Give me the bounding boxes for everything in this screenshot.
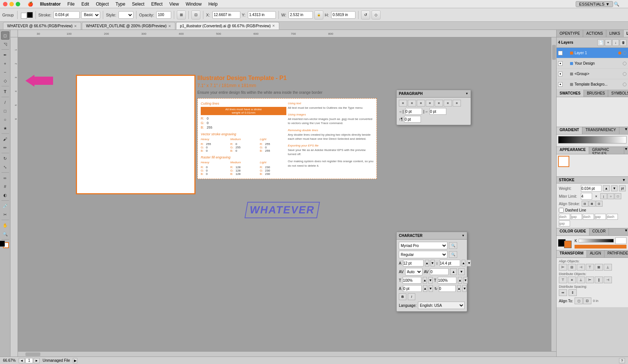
tab-symbols[interactable]: SYMBOLS xyxy=(608,90,628,97)
k-slider[interactable] xyxy=(579,239,614,243)
layer-3-target[interactable] xyxy=(623,72,627,76)
kerning-input[interactable] xyxy=(430,268,449,275)
tab-links[interactable]: LINKS xyxy=(606,30,624,37)
search-icon[interactable]: 🔍 xyxy=(614,1,619,7)
tab-swatches[interactable]: SWATCHES xyxy=(557,90,584,97)
tab-brushes[interactable]: BRUSHES xyxy=(584,90,608,97)
fill-tool[interactable] xyxy=(0,241,5,247)
bold-btn[interactable]: B xyxy=(399,293,406,300)
align-center-h[interactable]: ⊟ xyxy=(568,264,576,271)
tab-2-close[interactable]: ✕ xyxy=(168,24,171,28)
baseline-down[interactable]: ▼ xyxy=(429,285,433,292)
align-inside[interactable]: ⊠ xyxy=(589,201,595,207)
stroke-cap-square[interactable]: □ xyxy=(615,193,621,199)
stroke-minimize[interactable]: ▼ xyxy=(622,178,626,182)
appearance-minimize[interactable]: ▼ xyxy=(624,147,628,154)
scissors-tool[interactable]: ✂ xyxy=(1,210,9,219)
zoom-tool[interactable]: 🔍 xyxy=(1,230,9,238)
paragraph-panel-close[interactable]: ▼ xyxy=(465,92,468,95)
gap-1[interactable] xyxy=(571,214,582,220)
stroke-weight-down[interactable]: ▼ xyxy=(611,185,618,191)
shear-button[interactable]: ◇ xyxy=(372,10,381,19)
font-size-input[interactable] xyxy=(403,260,424,266)
constrain-proportions-button[interactable]: 🔒 xyxy=(314,10,323,19)
gradient-bar[interactable] xyxy=(558,136,627,144)
menu-illustrator[interactable]: Illustrator xyxy=(37,1,64,7)
para-indent-left-input[interactable] xyxy=(405,108,422,115)
layer-1-visibility[interactable]: ● xyxy=(558,51,563,55)
menu-edit[interactable]: Edit xyxy=(78,1,92,7)
stroke-weight-input[interactable] xyxy=(53,11,80,19)
italic-btn[interactable]: I xyxy=(408,293,415,300)
tab-transparency[interactable]: TRANSPARENCY xyxy=(582,127,619,134)
delete-anchor-tool[interactable]: − xyxy=(1,68,9,76)
blend-tool[interactable]: ∞ xyxy=(1,174,9,182)
para-justify-all[interactable]: ≡ xyxy=(435,100,443,107)
layer-1-target[interactable] xyxy=(623,51,627,55)
layers-create-layer[interactable]: + xyxy=(605,39,612,46)
eyedropper-tool[interactable]: 💉 xyxy=(1,202,9,210)
dist-center-v[interactable]: ≡ xyxy=(568,277,576,283)
dist-space-h[interactable]: ⇔ xyxy=(559,289,567,296)
para-justify-with-last[interactable]: ≡ xyxy=(444,100,452,107)
next-page-btn[interactable]: ► xyxy=(34,358,40,363)
para-space-before-input[interactable] xyxy=(404,116,421,123)
rect-tool[interactable]: □ xyxy=(1,107,9,115)
scale-h-down[interactable]: ▼ xyxy=(428,277,432,284)
font-style-select[interactable]: Regular xyxy=(399,251,447,258)
stroke-cap-butt[interactable]: | xyxy=(600,193,607,199)
stroke-weight-up[interactable]: ▲ xyxy=(603,185,610,191)
scale-v-input[interactable] xyxy=(438,277,456,284)
essentials-button[interactable]: ESSENTIALS ▼ xyxy=(576,1,613,7)
layer-4-visibility[interactable]: ● xyxy=(558,82,563,87)
dash-3[interactable] xyxy=(607,214,618,220)
minimize-button[interactable] xyxy=(9,2,14,6)
menu-window[interactable]: Window xyxy=(183,1,205,7)
style-dropdown[interactable] xyxy=(118,11,133,19)
transform-options-button[interactable]: ⊞ xyxy=(177,10,186,19)
h-scroll-thumb[interactable] xyxy=(25,352,40,356)
align-options-button[interactable]: ⊡ xyxy=(191,10,200,19)
line-tool[interactable]: / xyxy=(1,98,9,107)
stroke-swatch[interactable] xyxy=(27,12,33,18)
dist-left[interactable]: ⊢ xyxy=(586,277,594,283)
tab-3[interactable]: p1_illustrator (Converted).ai @ 66.67% (… xyxy=(176,22,279,30)
layers-delete[interactable]: 🗑 xyxy=(620,39,627,46)
prev-page-btn[interactable]: ◄ xyxy=(19,358,25,363)
pencil-tool[interactable]: ✏ xyxy=(1,144,9,152)
tracking-select[interactable]: Auto xyxy=(405,268,422,275)
kerning-up[interactable]: ▲ xyxy=(450,268,456,275)
dist-center-h[interactable]: ∥ xyxy=(595,277,603,283)
vertical-scrollbar[interactable] xyxy=(551,37,556,351)
tab-1[interactable]: WHATEVER @ 66.67% (RGB/Preview) ✕ xyxy=(3,22,81,30)
align-to-selection[interactable]: ◻ xyxy=(575,297,583,304)
rotate-up[interactable]: ▲ xyxy=(457,285,461,292)
y-input[interactable] xyxy=(248,11,276,19)
stroke-cap-round[interactable]: ○ xyxy=(607,193,614,199)
scale-v-up[interactable]: ▲ xyxy=(458,277,462,284)
color-guide-minimize[interactable]: ▼ xyxy=(624,228,628,235)
horizontal-scrollbar[interactable] xyxy=(18,351,556,357)
scale-h-input[interactable] xyxy=(403,277,421,284)
tab-color[interactable]: COLOR xyxy=(589,228,609,235)
rotate-down[interactable]: ▼ xyxy=(462,285,467,292)
status-expand-btn[interactable]: ▶ xyxy=(73,358,77,363)
leading-input[interactable] xyxy=(440,260,460,266)
layer-item-4[interactable]: ● Template Backgro... xyxy=(557,79,628,90)
font-search-btn[interactable]: 🔍 xyxy=(449,242,457,249)
tab-3-close[interactable]: ✕ xyxy=(272,24,275,28)
k-value[interactable] xyxy=(615,237,627,244)
para-justify[interactable]: ≡ xyxy=(426,100,434,107)
dash-2[interactable] xyxy=(583,214,594,220)
select-tool[interactable]: ◻ xyxy=(1,31,9,40)
hand-tool[interactable]: ✋ xyxy=(1,221,9,229)
align-left[interactable]: ⊢ xyxy=(559,264,567,271)
tab-color-guide[interactable]: COLOR GUIDE xyxy=(557,228,589,235)
tab-2[interactable]: WHATEVER_OUTLINE @ 200% (RGB/Preview) ✕ xyxy=(82,22,175,30)
tab-align[interactable]: ALIGN xyxy=(587,250,604,257)
tab-graphic-styles[interactable]: GRAPHIC STYLES xyxy=(589,147,624,154)
para-align-right[interactable]: ≡ xyxy=(417,100,425,107)
pen-tool[interactable]: ✒ xyxy=(1,51,9,59)
page-number-input[interactable] xyxy=(25,358,33,363)
leading-up[interactable]: ▲ xyxy=(462,260,466,266)
